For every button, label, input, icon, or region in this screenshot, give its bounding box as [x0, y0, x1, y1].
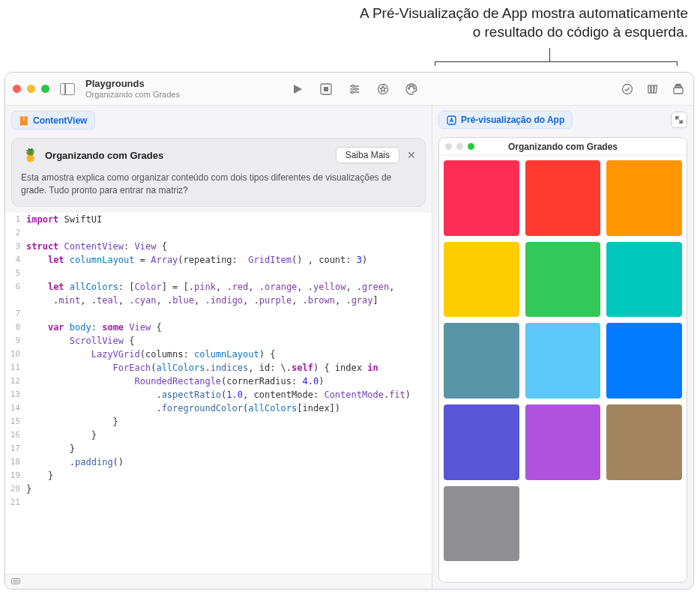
code-text[interactable]: let allColors: [Color] = [.pink, .red, .… — [26, 280, 394, 294]
line-number — [5, 294, 26, 307]
preview-label: Pré-visualização do App — [461, 115, 564, 125]
code-text[interactable]: } — [26, 442, 75, 455]
code-text[interactable]: } — [26, 469, 53, 482]
code-line[interactable]: 7 — [5, 307, 432, 321]
code-text[interactable]: let columnLayout = Array(repeating: Grid… — [26, 253, 367, 267]
file-breadcrumb[interactable]: ䷊ ContentView — [11, 111, 95, 130]
breadcrumb-label: ContentView — [33, 115, 87, 126]
line-number: 11 — [5, 361, 26, 375]
code-line[interactable]: 1import SwiftUI — [5, 213, 432, 226]
svg-rect-19 — [675, 85, 682, 87]
svg-point-6 — [355, 88, 357, 90]
code-line[interactable]: 14 .foregroundColor(allColors[index]) — [5, 401, 432, 415]
status-ok-icon[interactable] — [620, 82, 635, 97]
app-icon — [447, 115, 456, 125]
traffic-lights[interactable] — [13, 85, 49, 93]
caption-line1: A Pré-Visualização de App mostra automat… — [75, 4, 688, 23]
code-line[interactable]: 3struct ContentView: View { — [5, 240, 432, 253]
color-swatch — [444, 323, 519, 398]
line-number: 5 — [5, 267, 26, 280]
color-grid — [439, 156, 687, 566]
code-line[interactable]: 6 let allColors: [Color] = [.pink, .red,… — [5, 280, 432, 294]
code-line[interactable]: 10 LazyVGrid(columns: columnLayout) { — [5, 348, 432, 361]
line-number: 17 — [5, 442, 26, 455]
preview-dot-icon — [456, 143, 463, 150]
line-number: 15 — [5, 415, 26, 428]
code-text[interactable]: ForEach(allColors.indices, id: \.self) {… — [26, 361, 378, 375]
code-line[interactable]: 11 ForEach(allColors.indices, id: \.self… — [5, 361, 432, 375]
color-swatch — [606, 160, 682, 236]
line-number: 3 — [5, 240, 26, 253]
code-line[interactable]: 5 — [5, 267, 432, 280]
code-text[interactable] — [26, 226, 31, 240]
code-line[interactable]: 16 } — [5, 428, 432, 442]
code-text[interactable]: import SwiftUI — [26, 213, 102, 226]
run-icon[interactable] — [290, 82, 305, 97]
svg-rect-20 — [676, 84, 681, 85]
svg-rect-21 — [12, 578, 20, 584]
line-number: 12 — [5, 375, 26, 388]
color-swatch — [525, 160, 601, 236]
code-text[interactable] — [26, 307, 31, 321]
code-text[interactable]: } — [26, 428, 97, 442]
svg-rect-15 — [648, 85, 651, 93]
line-number: 19 — [5, 469, 26, 482]
code-text[interactable]: LazyVGrid(columns: columnLayout) { — [26, 348, 275, 361]
code-line[interactable]: 15 } — [5, 415, 432, 428]
code-text[interactable]: .mint, .teal, .cyan, .blue, .indigo, .pu… — [26, 294, 378, 307]
code-text[interactable]: struct ContentView: View { — [26, 240, 167, 253]
code-line[interactable]: 2 — [5, 226, 432, 240]
code-text[interactable]: .padding() — [26, 455, 124, 469]
code-line[interactable]: 19 } — [5, 469, 432, 482]
code-text[interactable]: .aspectRatio(1.0, contentMode: ContentMo… — [26, 388, 411, 401]
minimize-window-icon[interactable] — [27, 85, 35, 93]
code-line[interactable]: 9 ScrollView { — [5, 334, 432, 348]
status-bar — [5, 574, 432, 589]
learn-more-button[interactable]: Saiba Mais — [336, 147, 399, 163]
code-line[interactable]: 18 .padding() — [5, 455, 432, 469]
code-text[interactable]: } — [26, 415, 118, 428]
line-number: 10 — [5, 348, 26, 361]
code-text[interactable]: } — [26, 482, 31, 496]
code-text[interactable] — [26, 496, 31, 509]
card-body: Esta amostra explica como organizar cont… — [21, 172, 416, 197]
code-line[interactable]: 4 let columnLayout = Array(repeating: Gr… — [5, 253, 432, 267]
code-line[interactable]: 17 } — [5, 442, 432, 455]
code-line[interactable]: 20} — [5, 482, 432, 496]
stack-icon[interactable] — [671, 82, 686, 97]
code-line[interactable]: .mint, .teal, .cyan, .blue, .indigo, .pu… — [5, 294, 432, 307]
expand-preview-button[interactable] — [671, 112, 687, 128]
star-icon[interactable] — [375, 82, 390, 97]
zoom-window-icon[interactable] — [41, 85, 49, 93]
svg-rect-16 — [651, 85, 654, 93]
close-window-icon[interactable] — [13, 85, 21, 93]
info-card: 🍍 Organizando com Grades Saiba Mais ✕ Es… — [11, 138, 426, 207]
library-icon[interactable] — [645, 82, 660, 97]
line-number: 14 — [5, 401, 26, 415]
code-line[interactable]: 21 — [5, 496, 432, 509]
code-text[interactable] — [26, 267, 31, 280]
palette-icon[interactable] — [404, 82, 419, 97]
line-number: 4 — [5, 253, 26, 267]
close-card-icon[interactable]: ✕ — [407, 149, 416, 161]
line-number: 16 — [5, 428, 26, 442]
code-editor[interactable]: 1import SwiftUI2 3struct ContentView: Vi… — [5, 213, 432, 574]
code-text[interactable]: ScrollView { — [26, 334, 135, 348]
code-text[interactable]: var body: some View { — [26, 321, 162, 334]
line-number: 18 — [5, 455, 26, 469]
editor-pane: ䷊ ContentView 🍍 Organizando com Grades S… — [5, 106, 432, 589]
code-text[interactable]: RoundedRectangle(cornerRadius: 4.0) — [26, 375, 324, 388]
code-line[interactable]: 8 var body: some View { — [5, 321, 432, 334]
line-number: 21 — [5, 496, 26, 509]
settings-sliders-icon[interactable] — [347, 82, 362, 97]
stop-icon[interactable] — [319, 82, 334, 97]
code-text[interactable]: .foregroundColor(allColors[index]) — [26, 401, 340, 415]
preview-badge[interactable]: Pré-visualização do App — [438, 111, 573, 129]
color-swatch — [606, 323, 682, 398]
sidebar-toggle-icon[interactable] — [60, 83, 75, 95]
code-line[interactable]: 12 RoundedRectangle(cornerRadius: 4.0) — [5, 375, 432, 388]
line-number: 20 — [5, 482, 26, 496]
window-toolbar: Playgrounds Organizando com Grades — [5, 73, 693, 106]
code-line[interactable]: 13 .aspectRatio(1.0, contentMode: Conten… — [5, 388, 432, 401]
line-number: 1 — [5, 213, 26, 226]
